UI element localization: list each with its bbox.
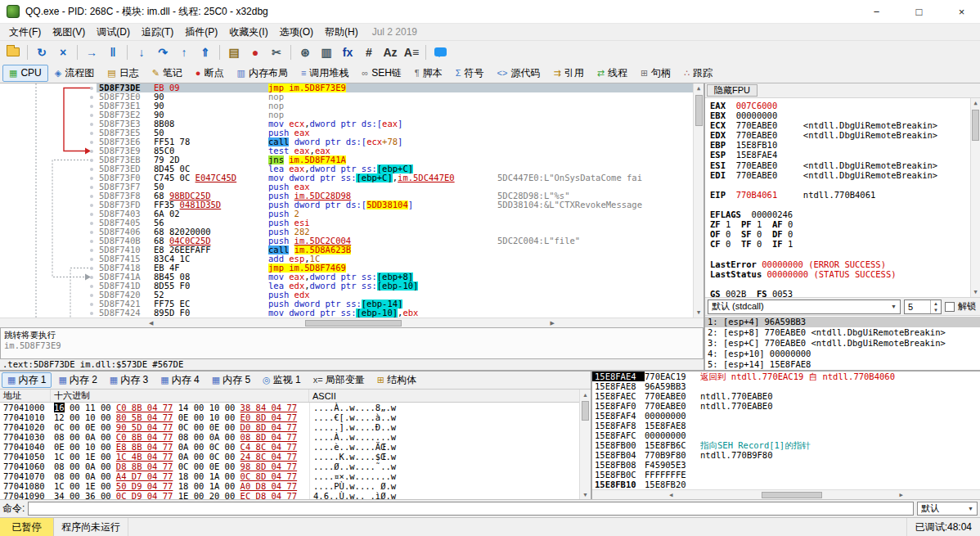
dump-row[interactable]: 770410400E 00 10 00 E8 8B 04 77 0A 00 0C… <box>0 442 579 452</box>
stack-horizontal-scrollbar[interactable]: ◀ ▶ <box>592 489 980 499</box>
tab-references[interactable]: ⇉引用 <box>546 65 590 82</box>
disasm-row[interactable]: 5D8F73E290nop <box>0 110 693 119</box>
register-row[interactable]: EFLAGS 00000246 <box>710 209 969 219</box>
stack-argument-row[interactable]: 3: [esp+C] 770EABE0 <ntdll.DbgUiRemoteBr… <box>705 338 980 349</box>
disasm-row[interactable]: 5D8F73ED8D45 0Clea eax,dword ptr ss:[ebp… <box>0 164 693 173</box>
disasm-row[interactable]: 5D8F7421FF75 ECpush dword ptr ss:[ebp-14… <box>0 300 693 309</box>
dump-row[interactable]: 770410801C 00 1E 00 50 D9 04 77 18 00 1A… <box>0 481 579 491</box>
stack-row[interactable]: 15E8FAF815E8FAE8 <box>592 421 980 430</box>
stack-row[interactable]: 15E8FB0CFFFFFFFE <box>592 470 980 480</box>
tab-memmap[interactable]: ▥内存布局 <box>231 65 294 82</box>
dump-tab-locals[interactable]: x=局部变量 <box>308 372 371 388</box>
tab-breakpoints[interactable]: ●断点 <box>189 65 231 82</box>
register-row[interactable]: ZF 1 PF 1 AF 0 <box>710 219 969 229</box>
restart-icon[interactable]: ↻ <box>32 43 52 61</box>
font-size-icon[interactable]: Az <box>380 43 400 61</box>
menu-item[interactable]: 帮助(H) <box>319 24 364 41</box>
disasm-vertical-scrollbar[interactable]: ▲ ▼ <box>693 83 704 318</box>
stack-argument-row[interactable]: 2: [esp+8] 770EABE0 <ntdll.DbgUiRemoteBr… <box>705 327 980 338</box>
scroll-thumb[interactable] <box>695 95 703 126</box>
scroll-down-icon[interactable]: ▼ <box>580 489 591 499</box>
disasm-row[interactable]: 5D8F73F0C745 0C E047C45Dmov dword ptr ss… <box>0 173 693 182</box>
disasm-row[interactable]: 5D8F73E190nop <box>0 101 693 110</box>
register-row[interactable] <box>710 200 969 209</box>
calculator-fx-icon[interactable]: fx <box>338 43 357 61</box>
register-row[interactable]: ECX 770EABE0 <ntdll.DbgUiRemoteBreakin> <box>710 120 969 130</box>
tab-log[interactable]: ▤日志 <box>101 65 145 82</box>
scroll-left-icon[interactable]: ◀ <box>592 490 750 500</box>
disasm-row[interactable]: 5D8F7418EB 4Fjmp im.5D8F7469 <box>0 263 693 273</box>
dump-tab-watch[interactable]: ◎监视 1 <box>257 372 307 388</box>
step-out-icon[interactable]: ↑ <box>174 43 194 61</box>
maximize-button[interactable]: □ <box>901 0 937 24</box>
run-to-user-code-icon[interactable]: ⇑ <box>196 43 215 61</box>
scroll-up-icon[interactable]: ▲ <box>694 83 704 93</box>
dump-tab-struct[interactable]: ⊞结构体 <box>371 372 422 388</box>
scroll-thumb[interactable] <box>762 492 822 498</box>
dump-row[interactable]: 7704106008 00 0A 00 D8 8B 04 77 0C 00 0E… <box>0 462 579 471</box>
calling-convention-combo[interactable]: 默认 (stdcall) ▼ <box>708 300 901 314</box>
stack-row[interactable]: 15E8FB08F45905E3 <box>592 460 980 470</box>
dump-tab-mem[interactable]: ▦内存 4 <box>155 372 205 388</box>
assembler-icon[interactable]: A≡ <box>402 43 421 61</box>
args-count-spinner[interactable]: 5 ▲▼ <box>904 300 942 314</box>
spin-down-icon[interactable]: ▼ <box>931 307 941 313</box>
close-button[interactable]: × <box>943 0 980 24</box>
disasm-row[interactable]: 5D8F73FDFF35 0481D35Dpush dword ptr ds:[… <box>0 200 693 209</box>
disasm-row[interactable]: 5D8F740B68 04C0C25Dpush im.5DC2C0045DC2C… <box>0 236 693 245</box>
stack-row[interactable]: 15E8FB0015E8FB6C指向SEH_Record[1]的指针 <box>592 440 980 450</box>
command-input[interactable] <box>28 502 914 516</box>
stack-row[interactable]: 15E8FAF0770EABE0ntdll.770EABE0 <box>592 401 980 411</box>
spin-up-icon[interactable]: ▲ <box>931 300 941 307</box>
stack-argument-row[interactable]: 1: [esp+4] 96A59BB3 <box>705 317 980 327</box>
register-row[interactable]: ESP 15E8FAE4 <box>710 150 969 160</box>
chat-bubble-icon[interactable] <box>430 43 450 61</box>
dump-col-hex[interactable]: 十六进制 <box>51 390 309 402</box>
dump-row[interactable]: 770410501C 00 1E 00 1C 4B 04 77 0A 00 0C… <box>0 452 579 462</box>
stack-row[interactable]: 15E8FAE4770EAC19返回到 ntdll.770EAC19 自 ntd… <box>592 372 980 381</box>
stack-row[interactable]: 15E8FAF400000000 <box>592 411 980 421</box>
scroll-right-icon[interactable]: ▶ <box>822 490 980 500</box>
dump-col-address[interactable]: 地址 <box>0 390 51 402</box>
tab-source[interactable]: <>源代码 <box>491 65 547 82</box>
disasm-row[interactable]: 5D8F73E550push eax <box>0 128 693 137</box>
command-combo[interactable]: 默认 ▼ <box>917 502 978 516</box>
scroll-left-icon[interactable]: ◀ <box>0 318 302 328</box>
disasm-row[interactable]: 5D8F73EB79 2Djns im.5D8F741A <box>0 155 693 164</box>
register-row[interactable]: ESI 770EABE0 <ntdll.DbgUiRemoteBreakin> <box>710 160 969 170</box>
disasm-row[interactable]: 5D8F73E090nop <box>0 92 693 101</box>
tab-cpu[interactable]: ▦CPU <box>2 65 48 82</box>
memory-map-icon[interactable]: ▥ <box>317 43 336 61</box>
register-row[interactable]: EBP 15E8FB10 <box>710 140 969 150</box>
register-row[interactable] <box>710 249 969 259</box>
scroll-right-icon[interactable]: ▶ <box>402 318 704 328</box>
disasm-row[interactable]: 5D8F73DEEB 09jmp im.5D8F73E9 <box>0 83 693 92</box>
step-into-icon[interactable]: ↓ <box>132 43 151 61</box>
tab-notes[interactable]: ✎笔记 <box>146 65 189 82</box>
spinner-arrows[interactable]: ▲▼ <box>930 300 941 313</box>
disasm-horizontal-scrollbar[interactable]: ◀ ▶ <box>0 318 704 327</box>
disasm-row[interactable]: 5D8F73E6FF51 78call dword ptr ds:[ecx+78… <box>0 137 693 146</box>
minimize-button[interactable]: − <box>858 0 895 24</box>
disasm-row[interactable]: 5D8F741D8D55 F0lea edx,dword ptr ss:[ebp… <box>0 282 693 291</box>
disasm-row[interactable]: 5D8F740668 82020000push 282 <box>0 227 693 236</box>
disasm-row[interactable]: 5D8F73F750push eax <box>0 182 693 191</box>
disasm-row[interactable]: 5D8F73F868 98BDC25Dpush im.5DC28D985DC28… <box>0 191 693 200</box>
menu-item[interactable]: 选项(O) <box>274 24 319 41</box>
register-row[interactable]: EIP 770B4061 ntdll.770B4061 <box>710 190 969 200</box>
dump-row[interactable]: 7704109034 00 36 00 0C D9 04 77 1E 00 20… <box>0 491 579 499</box>
register-row[interactable]: LastError 00000000 (ERROR_SUCCESS) <box>710 259 969 269</box>
stack-argument-row[interactable]: 4: [esp+10] 00000000 <box>705 349 980 359</box>
disasm-row[interactable]: 5D8F741A8B45 08mov eax,dword ptr ss:[ebp… <box>0 273 693 282</box>
run-icon[interactable]: → <box>82 43 101 61</box>
registers-vertical-scrollbar[interactable]: ▲ ▼ <box>970 98 980 297</box>
pause-icon[interactable]: ‖ <box>103 43 123 61</box>
tab-graph[interactable]: ◈流程图 <box>48 65 101 82</box>
register-row[interactable]: OF 0 SF 0 DF 0 <box>710 229 969 239</box>
menu-item[interactable]: 调试(D) <box>91 24 136 41</box>
register-row[interactable]: GS 002B FS 0053 <box>710 289 969 297</box>
scroll-thumb[interactable] <box>582 401 589 421</box>
register-row[interactable]: LastStatus 00000000 (STATUS_SUCCESS) <box>710 269 969 279</box>
disasm-row[interactable]: 5D8F742052push edx <box>0 291 693 300</box>
tab-handles[interactable]: ⊞句柄 <box>634 65 677 82</box>
